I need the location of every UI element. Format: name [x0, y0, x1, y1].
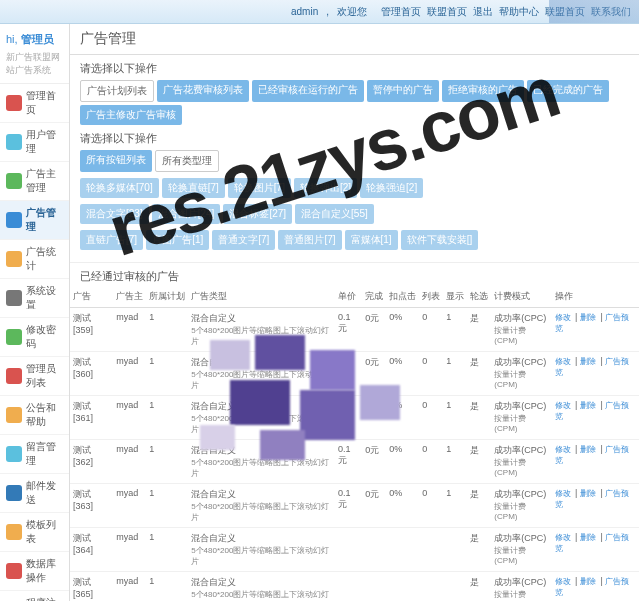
column-header: 轮选: [467, 286, 491, 308]
sidebar-item-label: 广告主管理: [26, 167, 63, 195]
column-header: 完成: [362, 286, 386, 308]
sidebar-item[interactable]: 数据库操作: [0, 552, 69, 591]
filter-tag[interactable]: 广告计划列表: [80, 80, 154, 102]
row-action[interactable]: 删除: [580, 401, 596, 410]
table-row: 测试[360]myad1混合自定义5个480*200图片等缩略图上下滚动幻灯片0…: [70, 352, 639, 396]
sidebar-subtitle: 新广告联盟网站广告系统: [0, 51, 69, 84]
sidebar-item-label: 管理首页: [26, 89, 63, 117]
sidebar-icon: [6, 524, 22, 540]
sidebar-item[interactable]: 修改密码: [0, 318, 69, 357]
column-header: 扣点击: [386, 286, 419, 308]
topbar-link[interactable]: 管理首页: [381, 6, 421, 17]
column-header: 广告类型: [188, 286, 335, 308]
sidebar-item[interactable]: 广告统计: [0, 240, 69, 279]
table-title: 已经通过审核的广告: [70, 262, 639, 286]
sidebar-item-label: 修改密码: [26, 323, 63, 351]
sidebar-item-label: 用户管理: [26, 128, 63, 156]
sidebar-item[interactable]: 广告主管理: [0, 162, 69, 201]
topbar-link[interactable]: 退出: [473, 6, 493, 17]
filter-tag[interactable]: 富媒体[1]: [345, 230, 398, 250]
filter-tag[interactable]: 混合图片[24]: [152, 204, 221, 224]
tab-row-3: 轮换多媒体[70]轮换直链[7]轮换图片[7]轮换弹出[2]轮换强迫[2]: [80, 178, 629, 198]
sidebar-icon: [6, 368, 22, 384]
filter-tag[interactable]: 轮换强迫[2]: [360, 178, 423, 198]
filter-tag[interactable]: 轮换图片[7]: [228, 178, 291, 198]
row-action[interactable]: 删除: [580, 577, 596, 586]
filter-tag[interactable]: 所有按钮列表: [80, 150, 152, 172]
row-action[interactable]: 删除: [580, 489, 596, 498]
table-row: 测试[361]myad1混合自定义5个480*200图片等缩略图上下滚动幻灯片0…: [70, 396, 639, 440]
topbar-link[interactable]: 帮助中心: [499, 6, 539, 17]
topbar-user: admin: [291, 6, 318, 17]
topbar-link[interactable]: 联盟首页: [427, 6, 467, 17]
row-action[interactable]: 修改: [555, 357, 571, 366]
ads-table: 广告广告主所属计划广告类型单价完成扣点击列表显示轮选计费模式操作 测试[359]…: [70, 286, 639, 601]
sidebar-item-label: 邮件发送: [26, 479, 63, 507]
sidebar-item-label: 广告统计: [26, 245, 63, 273]
filter-tag[interactable]: 已经完成的广告: [527, 80, 609, 102]
column-header: 所属计划: [146, 286, 188, 308]
sidebar-item[interactable]: 邮件发送: [0, 474, 69, 513]
section-label-1: 请选择以下操作: [80, 61, 629, 76]
sidebar-item[interactable]: 公告和帮助: [0, 396, 69, 435]
sidebar-item-label: 留言管理: [26, 440, 63, 468]
sidebar-icon: [6, 329, 22, 345]
filter-tag[interactable]: 软件下载安装[]: [401, 230, 479, 250]
table-row: 测试[365]myad1混合自定义5个480*200图片等缩略图上下滚动幻灯片是…: [70, 572, 639, 602]
sidebar-item[interactable]: 留言管理: [0, 435, 69, 474]
sidebar-icon: [6, 95, 22, 111]
tab-row-4: 混合文字[23]混合图片[24]混合标签[27]混合自定义[55]: [80, 204, 629, 224]
filter-tag[interactable]: 所有类型理: [155, 150, 219, 172]
row-action[interactable]: 删除: [580, 445, 596, 454]
filter-tag[interactable]: 混合文字[23]: [80, 204, 149, 224]
filter-tag[interactable]: 广告花费审核列表: [157, 80, 249, 102]
filter-tag[interactable]: 混合标签[27]: [223, 204, 292, 224]
table-row: 测试[363]myad1混合自定义5个480*200图片等缩略图上下滚动幻灯片0…: [70, 484, 639, 528]
sidebar-icon: [6, 173, 22, 189]
sidebar-icon: [6, 134, 22, 150]
column-header: 列表: [419, 286, 443, 308]
row-action[interactable]: 修改: [555, 577, 571, 586]
row-action[interactable]: 修改: [555, 533, 571, 542]
filter-tag[interactable]: 拒绝审核的广告: [442, 80, 524, 102]
table-row: 测试[362]myad1混合自定义5个480*200图片等缩略图上下滚动幻灯片0…: [70, 440, 639, 484]
page-title: 广告管理: [70, 24, 639, 55]
sidebar-item[interactable]: 程序注册: [0, 591, 69, 601]
filter-tag[interactable]: 轮换弹出[2]: [294, 178, 357, 198]
row-action[interactable]: 修改: [555, 445, 571, 454]
row-action[interactable]: 修改: [555, 401, 571, 410]
sidebar-item[interactable]: 管理首页: [0, 84, 69, 123]
column-header: 操作: [552, 286, 639, 308]
column-header: 广告主: [113, 286, 146, 308]
sidebar-icon: [6, 563, 22, 579]
sidebar-item[interactable]: 广告管理: [0, 201, 69, 240]
filter-tag[interactable]: 直图广告[1]: [146, 230, 209, 250]
filter-tag[interactable]: 轮换直链[7]: [162, 178, 225, 198]
filter-tag[interactable]: 已经审核在运行的广告: [252, 80, 364, 102]
sidebar-item[interactable]: 管理员列表: [0, 357, 69, 396]
sidebar-item-label: 管理员列表: [26, 362, 63, 390]
tab-row-1: 广告计划列表广告花费审核列表已经审核在运行的广告暂停中的广告拒绝审核的广告已经完…: [80, 80, 629, 125]
filter-tag[interactable]: 轮换多媒体[70]: [80, 178, 159, 198]
row-action[interactable]: 删除: [580, 357, 596, 366]
filter-tag[interactable]: 混合自定义[55]: [295, 204, 374, 224]
topbar-decoration: [549, 0, 639, 24]
main-content: 广告管理 请选择以下操作 广告计划列表广告花费审核列表已经审核在运行的广告暂停中…: [70, 24, 639, 601]
sidebar-icon: [6, 407, 22, 423]
sidebar-item[interactable]: 用户管理: [0, 123, 69, 162]
topbar-welcome: 欢迎您: [337, 5, 367, 19]
row-action[interactable]: 删除: [580, 313, 596, 322]
sidebar-item[interactable]: 系统设置: [0, 279, 69, 318]
filter-tag[interactable]: 暂停中的广告: [367, 80, 439, 102]
filter-tag[interactable]: 普通文字[7]: [212, 230, 275, 250]
sidebar-item-label: 公告和帮助: [26, 401, 63, 429]
filter-tag[interactable]: 直链广告[7]: [80, 230, 143, 250]
sidebar-item-label: 广告管理: [26, 206, 63, 234]
row-action[interactable]: 修改: [555, 489, 571, 498]
row-action[interactable]: 修改: [555, 313, 571, 322]
filter-tag[interactable]: 广告主修改广告审核: [80, 105, 182, 125]
sidebar-item[interactable]: 模板列表: [0, 513, 69, 552]
row-action[interactable]: 删除: [580, 533, 596, 542]
table-row: 测试[359]myad1混合自定义5个480*200图片等缩略图上下滚动幻灯片0…: [70, 308, 639, 352]
filter-tag[interactable]: 普通图片[7]: [278, 230, 341, 250]
